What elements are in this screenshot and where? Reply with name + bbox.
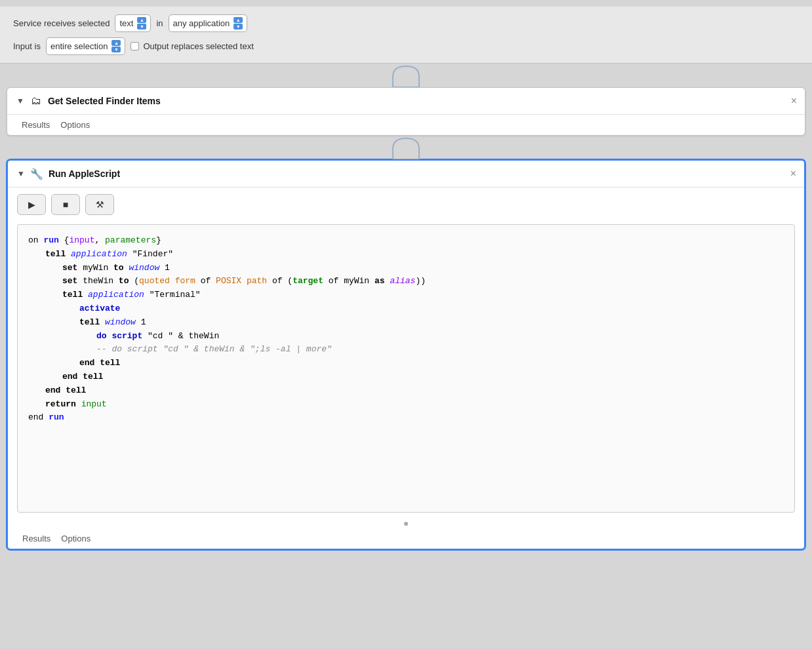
- play-button[interactable]: ▶: [17, 194, 46, 215]
- app-stepper-up[interactable]: ▲: [233, 17, 243, 23]
- kw-rbrace: }: [156, 235, 161, 245]
- finder-card: ▼ 🗂 Get Selected Finder Items × Results …: [7, 87, 805, 136]
- finder-card-header: ▼ 🗂 Get Selected Finder Items ×: [7, 88, 805, 115]
- hammer-icon: ⚒: [96, 199, 104, 210]
- kw-comma: ,: [94, 235, 105, 245]
- code-line-5: tell application "Terminal": [28, 288, 784, 302]
- code-line-8: do script "cd " & theWin: [28, 330, 784, 344]
- app-select[interactable]: any application ▲ ▼: [169, 14, 248, 32]
- kw-brace: {: [59, 235, 70, 245]
- input-is-value: entire selection: [51, 41, 108, 51]
- service-receives-label: Service receives selected: [13, 18, 110, 28]
- code-line-12: end tell: [28, 384, 784, 398]
- kw-on: on: [28, 235, 43, 245]
- app-select-value: any application: [173, 18, 230, 28]
- script-toolbar: ▶ ■ ⚒: [8, 187, 804, 222]
- input-is-select[interactable]: entire selection ▲ ▼: [46, 37, 125, 55]
- applescript-tab-options[interactable]: Options: [56, 532, 96, 545]
- input-is-stepper-down[interactable]: ▼: [112, 47, 121, 52]
- code-line-7: tell window 1: [28, 316, 784, 330]
- kw-set1: set: [62, 263, 77, 273]
- code-line-3: set myWin to window 1: [28, 262, 784, 275]
- kw-run: run: [43, 235, 58, 245]
- text-stepper-up[interactable]: ▲: [137, 17, 146, 23]
- input-is-row: Input is entire selection ▲ ▼ Output rep…: [13, 37, 799, 55]
- kw-alias: alias: [390, 276, 415, 286]
- applescript-close-btn[interactable]: ×: [790, 168, 796, 179]
- code-line-10: end tell: [28, 357, 784, 370]
- kw-tell1: tell: [45, 249, 66, 259]
- input-is-label: Input is: [13, 41, 41, 51]
- kw-endtell2: end tell: [62, 372, 103, 382]
- in-label: in: [156, 18, 163, 28]
- code-line-2: tell application "Finder": [28, 248, 784, 262]
- text-stepper[interactable]: ▲ ▼: [137, 17, 146, 30]
- kw-return: return: [45, 399, 76, 409]
- applescript-tab-results[interactable]: Results: [17, 532, 56, 545]
- output-checkbox-row: Output replaces selected text: [131, 41, 253, 51]
- kw-activate: activate: [79, 304, 120, 313]
- code-line-11: end tell: [28, 370, 784, 384]
- kw-tell3: tell: [79, 317, 100, 327]
- input-is-stepper[interactable]: ▲ ▼: [112, 40, 121, 52]
- text-stepper-down[interactable]: ▼: [137, 24, 146, 30]
- text-select-value: text: [119, 18, 133, 28]
- finder-tab-options[interactable]: Options: [55, 119, 95, 131]
- kw-quotedform: quoted form: [139, 276, 195, 286]
- kw-posixpath: POSIX path: [216, 276, 267, 286]
- kw-run2: run: [49, 412, 64, 422]
- applescript-card-tabs: Results Options: [8, 528, 804, 549]
- kw-window2: window: [105, 317, 136, 327]
- finder-tab-results[interactable]: Results: [16, 119, 55, 131]
- kw-tell2: tell: [62, 290, 83, 300]
- kw-window1: window: [129, 263, 159, 273]
- finder-card-title: Get Selected Finder Items: [48, 96, 161, 106]
- finder-collapse-btn[interactable]: ▼: [16, 96, 24, 106]
- page-content: Service receives selected text ▲ ▼ in an…: [0, 0, 812, 557]
- kw-comment: -- do script "cd " & theWin & ";ls -al |…: [96, 344, 332, 354]
- compile-button[interactable]: ⚒: [85, 194, 114, 215]
- kw-input2: input: [81, 399, 107, 409]
- kw-to1: to: [113, 263, 124, 273]
- code-line-4: set theWin to (quoted form of POSIX path…: [28, 275, 784, 288]
- app-stepper-down[interactable]: ▼: [233, 24, 243, 30]
- arch-connector-top: [0, 64, 812, 87]
- play-icon: ▶: [28, 199, 35, 210]
- code-line-9: -- do script "cd " & theWin & ";ls -al |…: [28, 343, 784, 357]
- top-bar: Service receives selected text ▲ ▼ in an…: [0, 7, 812, 64]
- kw-application1: application: [71, 249, 127, 259]
- kw-set2: set: [62, 276, 77, 286]
- app-stepper[interactable]: ▲ ▼: [233, 17, 243, 30]
- kw-to2: to: [119, 276, 129, 286]
- service-receives-row: Service receives selected text ▲ ▼ in an…: [13, 14, 799, 32]
- applescript-card-title: Run AppleScript: [49, 168, 120, 179]
- scroll-dot: [404, 522, 408, 526]
- kw-as: as: [375, 276, 385, 286]
- text-select[interactable]: text ▲ ▼: [115, 14, 151, 32]
- kw-input: input: [69, 235, 94, 245]
- kw-end2: end: [28, 412, 49, 422]
- kw-application2: application: [88, 290, 144, 300]
- code-line-14: end run: [28, 411, 784, 425]
- applescript-icon: 🔧: [30, 167, 43, 180]
- scroll-indicator: [8, 519, 804, 528]
- code-editor[interactable]: on run {input, parameters} tell applicat…: [17, 224, 795, 513]
- applescript-card: ▼ 🔧 Run AppleScript × ▶ ■ ⚒ on run {inpu…: [7, 159, 805, 550]
- finder-icon: 🗂: [30, 94, 43, 108]
- kw-endtell1: end tell: [79, 358, 120, 368]
- output-checkbox-label: Output replaces selected text: [143, 41, 253, 51]
- applescript-card-header: ▼ 🔧 Run AppleScript ×: [8, 161, 804, 187]
- applescript-collapse-btn[interactable]: ▼: [17, 169, 25, 178]
- kw-parameters: parameters: [105, 235, 156, 245]
- output-checkbox[interactable]: [131, 42, 139, 50]
- code-line-13: return input: [28, 398, 784, 412]
- stop-button[interactable]: ■: [51, 194, 80, 215]
- finder-close-btn[interactable]: ×: [791, 96, 797, 106]
- kw-endtell3: end tell: [45, 385, 86, 395]
- stop-icon: ■: [63, 199, 68, 210]
- finder-card-tabs: Results Options: [7, 115, 805, 135]
- kw-doscript1: do script: [96, 331, 142, 341]
- input-is-stepper-up[interactable]: ▲: [112, 40, 121, 46]
- kw-target: target: [293, 276, 323, 286]
- code-line-6: activate: [28, 302, 784, 316]
